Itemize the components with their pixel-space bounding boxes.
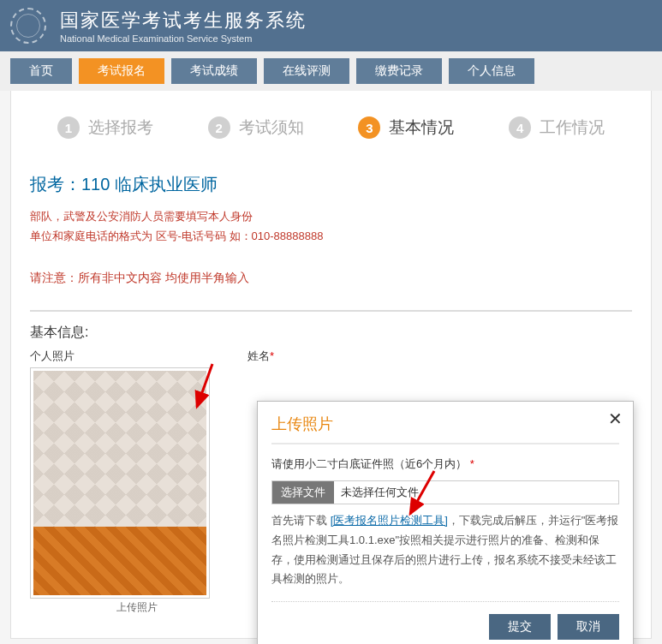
step-4: 4 工作情况 <box>509 116 605 139</box>
nav-results[interactable]: 考试成绩 <box>171 58 257 84</box>
title-en: National Medical Examination Service Sys… <box>60 33 307 44</box>
step-3-label: 基本情况 <box>389 116 454 139</box>
submit-button[interactable]: 提交 <box>489 614 551 640</box>
nav-profile[interactable]: 个人信息 <box>449 58 534 84</box>
step-2-num: 2 <box>208 116 230 139</box>
step-3: 3 基本情况 <box>358 116 454 139</box>
nav-home[interactable]: 首页 <box>10 58 72 84</box>
svg-line-0 <box>197 364 212 407</box>
step-4-num: 4 <box>509 116 531 139</box>
step-1: 1 选择报考 <box>57 116 153 139</box>
exam-title: 报考：110 临床执业医师 <box>30 173 632 196</box>
modal-description: 首先请下载 [医考报名照片检测工具]，下载完成后解压，并运行"医考报名照片检测工… <box>271 511 619 589</box>
title-cn: 国家医学考试考生服务系统 <box>60 8 307 33</box>
nav-payment[interactable]: 缴费记录 <box>356 58 442 84</box>
step-3-num: 3 <box>358 116 380 139</box>
choose-file-button[interactable]: 选择文件 <box>272 481 334 504</box>
modal-tip: 请使用小二寸白底证件照（近6个月内） * <box>271 456 619 472</box>
step-4-label: 工作情况 <box>540 116 605 139</box>
navbar: 首页 考试报名 考试成绩 在线评测 缴费记录 个人信息 <box>0 51 662 91</box>
step-1-num: 1 <box>57 116 80 139</box>
step-indicator: 1 选择报考 2 考试须知 3 基本情况 4 工作情况 <box>30 116 632 139</box>
modal-title: 上传照片 <box>271 414 619 444</box>
step-2-label: 考试须知 <box>239 116 304 139</box>
warn-line2: 单位和家庭电话的格式为 区号-电话号码 如：010-88888888 <box>30 226 632 246</box>
nav-register[interactable]: 考试报名 <box>79 58 164 84</box>
warn-note: 请注意：所有非中文内容 均使用半角输入 <box>30 271 632 286</box>
app-header: 国家医学考试考生服务系统 National Medical Examinatio… <box>0 0 662 51</box>
close-icon[interactable]: ✕ <box>608 408 623 429</box>
app-logo <box>10 8 46 44</box>
step-2: 2 考试须知 <box>208 116 304 139</box>
cancel-button[interactable]: 取消 <box>558 614 619 640</box>
photo-caption: 上传照片 <box>30 600 244 615</box>
svg-line-1 <box>410 471 434 514</box>
title-block: 国家医学考试考生服务系统 National Medical Examinatio… <box>60 8 307 44</box>
name-label: 姓名* <box>248 349 632 364</box>
nav-online-eval[interactable]: 在线评测 <box>264 58 349 84</box>
annotation-arrow-2 <box>374 467 443 531</box>
divider <box>30 310 632 312</box>
basic-info-title: 基本信息: <box>30 324 632 342</box>
upload-photo-modal: ✕ 上传照片 请使用小二寸白底证件照（近6个月内） * 选择文件 未选择任何文件… <box>257 401 634 644</box>
modal-divider <box>271 601 619 602</box>
step-1-label: 选择报考 <box>88 116 153 139</box>
annotation-arrow-1 <box>135 360 217 424</box>
warn-line1: 部队，武警及公安消防人员需要填写本人身份 <box>30 206 632 226</box>
file-picker-row: 选择文件 未选择任何文件 <box>271 480 619 504</box>
